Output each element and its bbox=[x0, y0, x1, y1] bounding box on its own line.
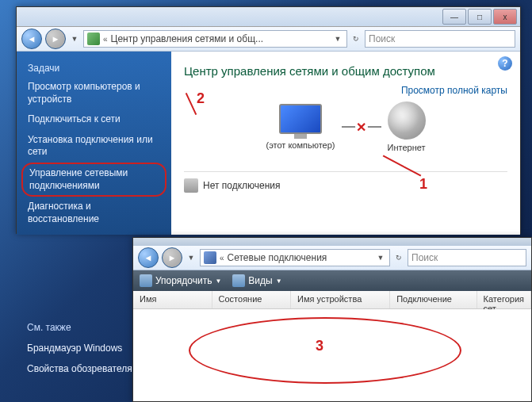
sub-search-placeholder: Поиск bbox=[411, 252, 438, 263]
sub-nav-history-dropdown[interactable]: ▼ bbox=[186, 254, 197, 262]
sidebar-item-diagnose[interactable]: Диагностика и восстановление bbox=[17, 197, 171, 229]
internet-label: Интернет bbox=[388, 143, 426, 152]
views-label: Виды bbox=[248, 275, 272, 286]
sidebar-item-view-computers[interactable]: Просмотр компьютеров и устройств bbox=[17, 77, 171, 109]
sub-search-input[interactable]: Поиск bbox=[408, 249, 526, 266]
computer-icon bbox=[278, 104, 323, 137]
search-placeholder: Поиск bbox=[369, 33, 395, 44]
annotation-3: 3 bbox=[316, 338, 323, 354]
organize-icon bbox=[140, 274, 152, 287]
sub-toolbar: Упорядочить ▼ Виды ▼ bbox=[133, 270, 531, 291]
sub-breadcrumb-text: Сетевые подключения bbox=[228, 252, 327, 263]
nav-forward-button[interactable]: ► bbox=[45, 29, 66, 49]
annotation-1: 1 bbox=[419, 176, 427, 193]
internet-node[interactable]: Интернет bbox=[388, 101, 426, 152]
sub-nav-back-button[interactable]: ◄ bbox=[138, 247, 159, 268]
help-icon[interactable]: ? bbox=[498, 56, 512, 71]
page-title: Центр управления сетями и общим доступом bbox=[184, 64, 507, 78]
views-button[interactable]: Виды ▼ bbox=[232, 274, 281, 287]
sidebar-see-also: См. также Брандмауэр Windows Свойства об… bbox=[16, 317, 172, 379]
status-icon bbox=[184, 178, 198, 193]
breadcrumb-text: Центр управления сетями и общ... bbox=[111, 33, 263, 44]
globe-icon bbox=[388, 101, 426, 140]
nav-history-dropdown[interactable]: ▼ bbox=[69, 35, 80, 43]
see-also-firewall[interactable]: Брандмауэр Windows bbox=[16, 338, 172, 358]
see-also-internet-options[interactable]: Свойства обозревателя bbox=[16, 358, 172, 379]
col-category[interactable]: Категория сет bbox=[477, 291, 531, 308]
content-area: ? Центр управления сетями и общим доступ… bbox=[171, 52, 520, 235]
chevron-icon: « bbox=[220, 254, 224, 262]
refresh-button[interactable]: ↻ bbox=[350, 35, 362, 43]
col-device[interactable]: Имя устройства bbox=[291, 291, 390, 308]
connection-line: ✕ bbox=[342, 126, 381, 128]
tasks-sidebar: Задачи Просмотр компьютеров и устройств … bbox=[17, 52, 171, 235]
col-connection[interactable]: Подключение bbox=[390, 291, 477, 308]
maximize-button[interactable]: □ bbox=[468, 9, 492, 25]
sidebar-item-connect-network[interactable]: Подключиться к сети bbox=[17, 109, 171, 130]
dropdown-arrow-icon: ▼ bbox=[276, 278, 282, 285]
organize-label: Упорядочить bbox=[155, 275, 212, 286]
column-headers: Имя Состояние Имя устройства Подключение… bbox=[133, 291, 531, 309]
control-panel-icon bbox=[87, 33, 100, 45]
full-map-link[interactable]: Просмотр полной карты bbox=[401, 85, 507, 96]
sub-nav-forward-button[interactable]: ► bbox=[162, 247, 182, 268]
dropdown-arrow-icon: ▼ bbox=[215, 278, 221, 285]
sub-navbar: ◄ ► ▼ « Сетевые подключения ▼ ↻ Поиск bbox=[133, 246, 531, 270]
sub-breadcrumb-dropdown[interactable]: ▼ bbox=[375, 254, 386, 262]
network-center-window: — □ x ◄ ► ▼ « Центр управления сетями и … bbox=[16, 6, 521, 234]
sub-breadcrumb[interactable]: « Сетевые подключения ▼ bbox=[200, 249, 390, 266]
network-connections-window: ◄ ► ▼ « Сетевые подключения ▼ ↻ Поиск Уп… bbox=[132, 237, 532, 402]
col-state[interactable]: Состояние bbox=[212, 291, 292, 308]
search-input[interactable]: Поиск bbox=[365, 30, 515, 48]
see-also-heading: См. также bbox=[16, 317, 172, 338]
navbar: ◄ ► ▼ « Центр управления сетями и общ...… bbox=[17, 27, 520, 52]
sidebar-item-manage-connections[interactable]: Управление сетевыми подключениями bbox=[21, 163, 166, 197]
this-computer-node[interactable]: (этот компьютер) bbox=[266, 104, 335, 150]
nav-back-button[interactable]: ◄ bbox=[21, 29, 42, 49]
views-icon bbox=[232, 274, 245, 287]
annotation-3-ellipse bbox=[189, 317, 461, 384]
col-name[interactable]: Имя bbox=[133, 291, 212, 308]
disconnected-icon: ✕ bbox=[355, 121, 368, 133]
minimize-button[interactable]: — bbox=[442, 9, 466, 25]
sidebar-heading: Задачи bbox=[17, 59, 171, 77]
chevron-icon: « bbox=[103, 35, 108, 44]
desktop: — □ x ◄ ► ▼ « Центр управления сетями и … bbox=[0, 0, 532, 402]
status-text: Нет подключения bbox=[203, 180, 281, 191]
close-button[interactable]: x bbox=[493, 9, 517, 25]
breadcrumb[interactable]: « Центр управления сетями и общ... ▼ bbox=[83, 30, 347, 48]
sidebar-item-setup-connection[interactable]: Установка подключения или сети bbox=[17, 130, 171, 163]
network-diagram: (этот компьютер) ✕ Интернет bbox=[184, 101, 507, 152]
this-computer-label: (этот компьютер) bbox=[266, 140, 335, 150]
organize-button[interactable]: Упорядочить ▼ bbox=[140, 274, 221, 287]
status-row: Нет подключения bbox=[184, 171, 507, 193]
titlebar[interactable]: — □ x bbox=[17, 7, 520, 27]
folder-icon bbox=[204, 251, 216, 264]
breadcrumb-dropdown[interactable]: ▼ bbox=[332, 35, 343, 43]
sub-body[interactable]: 3 bbox=[133, 309, 531, 402]
annotation-2: 2 bbox=[197, 90, 205, 107]
sub-refresh-button[interactable]: ↻ bbox=[393, 254, 404, 262]
sub-titlebar[interactable] bbox=[133, 238, 531, 246]
